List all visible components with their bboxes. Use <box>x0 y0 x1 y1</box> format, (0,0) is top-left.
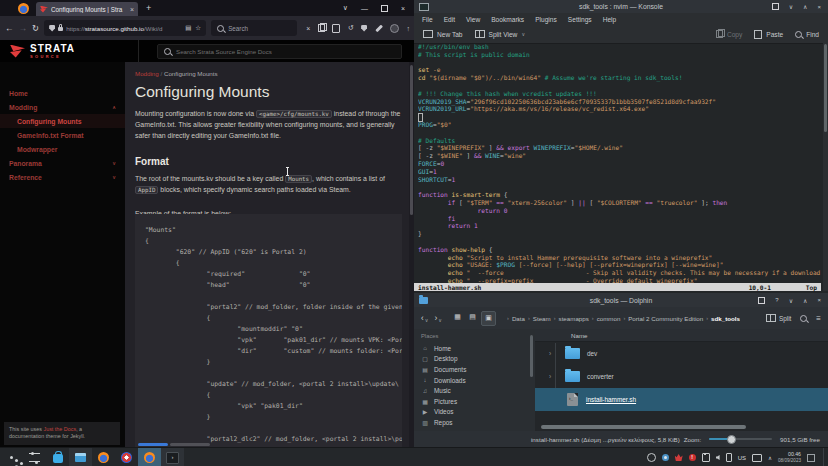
place-repos[interactable]: ▥Repos <box>421 417 535 428</box>
back-button[interactable]: ›∨ <box>421 313 429 323</box>
terminal-content[interactable]: #!/usr/bin/env bash# This script is publ… <box>418 43 821 283</box>
menu-edit[interactable]: Edit <box>444 16 455 23</box>
keyboard-layout-indicator[interactable]: US <box>738 455 746 461</box>
zoom-slider[interactable] <box>709 438 772 440</box>
maximize-button[interactable] <box>381 5 388 12</box>
steam-tray-icon[interactable] <box>662 454 669 461</box>
breadcrumb-p2ce[interactable]: Portal 2 Community Edition <box>628 315 703 322</box>
new-tab-button[interactable]: + <box>146 4 151 13</box>
lock-icon[interactable] <box>58 27 63 31</box>
taskbar-app-circle[interactable] <box>115 448 138 466</box>
minimize-button[interactable]: — <box>361 5 368 12</box>
footer-link[interactable]: Just the Docs <box>43 426 76 432</box>
code-horizontal-scrollbar[interactable] <box>138 443 210 446</box>
list-tabs-icon[interactable]: ∨ <box>343 4 348 12</box>
new-tab-button[interactable]: New Tab <box>423 30 463 38</box>
copy-icon[interactable] <box>318 24 325 32</box>
maximize-button[interactable]: ∧ <box>803 297 807 304</box>
place-home[interactable]: ⌂Home <box>421 343 535 354</box>
taskbar-konsole[interactable]: › <box>161 448 184 466</box>
taskbar-dolphin[interactable] <box>69 448 92 466</box>
paste-button[interactable]: Paste <box>754 30 783 39</box>
search-icon[interactable] <box>800 315 807 322</box>
close-button[interactable]: × <box>401 5 405 12</box>
tab-close-icon[interactable]: × <box>130 6 134 13</box>
scrollbar-thumb[interactable] <box>138 443 168 446</box>
history-icon[interactable]: ↺ <box>348 24 354 32</box>
place-music[interactable]: ♫Music <box>421 385 535 396</box>
expander-icon[interactable]: › <box>549 373 559 380</box>
browser-search-field[interactable]: Search <box>211 20 297 36</box>
breadcrumb-current[interactable]: sdk_tools <box>711 315 740 322</box>
column-header-name[interactable]: Name <box>535 329 828 342</box>
hamburger-menu-icon[interactable]: ≡ <box>816 314 821 323</box>
back-button[interactable]: ← <box>5 23 14 33</box>
reload-button[interactable]: ↻ <box>32 23 39 33</box>
konsole-titlebar[interactable]: sdk_tools : nvim — Konsole ∨ ∧ × <box>414 0 828 13</box>
battery-tray-icon[interactable] <box>726 453 732 462</box>
sidebar-item-configuring-mounts[interactable]: Configuring Mounts <box>0 114 125 128</box>
place-desktop[interactable]: ▢Desktop <box>421 354 535 365</box>
place-downloads[interactable]: ↓Downloads <box>421 375 535 386</box>
split-view-button[interactable]: Split View∨ <box>475 30 526 38</box>
url-bar[interactable]: https://stratasource.github.io/Wiki/d ▤ … <box>44 20 206 36</box>
taskbar-firefox[interactable] <box>92 448 115 466</box>
strata-logo[interactable]: STRATA SOURCE <box>10 44 138 59</box>
expander-icon[interactable]: › <box>549 350 559 357</box>
compact-view-button[interactable]: ▤ <box>466 311 479 324</box>
scrollbar-track[interactable] <box>170 443 210 446</box>
display-tray-icon[interactable] <box>752 454 762 462</box>
clipboard-tray-icon[interactable] <box>702 453 710 462</box>
tray-expand-icon[interactable]: ∧ <box>768 455 772 461</box>
copy-button[interactable]: Copy <box>716 30 742 38</box>
slider-knob[interactable] <box>727 435 736 444</box>
share-icon[interactable]: ↑ <box>407 25 411 32</box>
menu-plugins[interactable]: Plugins <box>535 16 557 23</box>
scissors-icon[interactable]: × <box>306 25 310 32</box>
bookmark-star-icon[interactable]: ☆ <box>195 24 201 32</box>
bug-tray-icon[interactable] <box>647 453 656 462</box>
sidebar-item-panorama[interactable]: Panorama∨ <box>0 156 125 170</box>
help-button[interactable]: ? <box>775 297 778 303</box>
file-row-converter[interactable]: › converter <box>535 365 828 388</box>
devil-tray-icon[interactable] <box>675 454 683 461</box>
place-documents[interactable]: ▤Documents <box>421 364 535 375</box>
reader-view-icon[interactable]: ▤ <box>185 24 191 32</box>
app-launcher-button[interactable] <box>0 448 23 466</box>
breadcrumb-steamapps[interactable]: steamapps <box>559 315 589 322</box>
site-search-field[interactable]: Search Strata Source Engine Docs <box>157 44 402 59</box>
tracking-shield-icon[interactable] <box>49 25 55 32</box>
file-row-install-hammer[interactable]: install-hammer.sh <box>535 388 828 411</box>
terminal-scrollbar[interactable] <box>823 43 828 291</box>
theme-icon[interactable] <box>390 24 399 33</box>
alert-tray-icon[interactable]: ! <box>689 454 696 461</box>
breadcrumb-data[interactable]: Data <box>512 315 525 322</box>
find-button[interactable]: Find <box>795 31 819 38</box>
sidebar-item-modding[interactable]: Modding∧ <box>0 100 125 114</box>
discover-button[interactable] <box>46 448 69 466</box>
menu-bookmarks[interactable]: Bookmarks <box>491 16 524 23</box>
browser-tab[interactable]: Configuring Mounts | Stra × <box>36 2 138 16</box>
taskbar-firefox-active[interactable] <box>138 448 161 466</box>
places-scrollbar[interactable] <box>530 335 533 377</box>
scrollbar-thumb[interactable] <box>410 65 413 215</box>
file-row-dev[interactable]: › dev <box>535 342 828 365</box>
dolphin-titlebar[interactable]: sdk_tools — Dolphin ? ∨ ∧ × <box>414 293 828 307</box>
place-videos[interactable]: ▶Videos <box>421 407 535 418</box>
forward-button[interactable]: → <box>19 23 28 33</box>
privacy-shield-icon[interactable] <box>361 25 367 32</box>
close-button[interactable]: × <box>817 4 821 10</box>
icons-view-button[interactable]: ▦ <box>451 311 464 324</box>
settings-button[interactable] <box>23 448 46 466</box>
clock[interactable]: 00.46 08/09/2023 <box>778 452 801 462</box>
files-horizontal-scrollbar[interactable] <box>541 425 801 429</box>
sidebar-item-home[interactable]: Home <box>0 86 125 100</box>
scrollbar-thumb[interactable] <box>824 44 827 132</box>
menu-view[interactable]: View <box>466 16 480 23</box>
breadcrumb-link[interactable]: Modding <box>135 70 159 77</box>
show-desktop-button[interactable] <box>823 448 828 466</box>
sidebar-item-gameinfo-format[interactable]: GameInfo.txt Format <box>0 128 125 142</box>
volume-tray-icon[interactable] <box>716 455 720 460</box>
restore-button[interactable] <box>758 297 765 304</box>
menu-settings[interactable]: Settings <box>568 16 592 23</box>
